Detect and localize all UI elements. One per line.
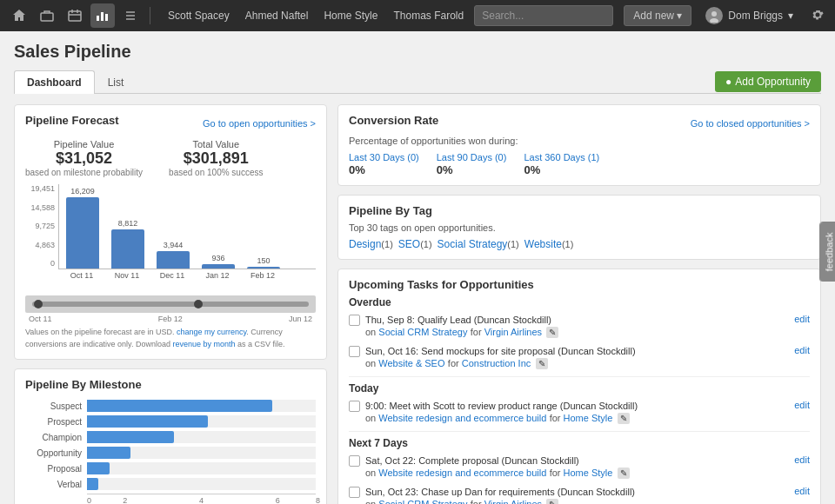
milestone-row-5: Verbal (25, 478, 316, 490)
task-item-2: 9:00: Meet with Scott to review product … (349, 398, 810, 426)
pipeline-milestone-card: Pipeline By Milestone Suspect Prospect C… (14, 368, 327, 504)
task-checkbox-2[interactable] (349, 401, 360, 412)
task-edit-3[interactable]: edit (794, 454, 810, 465)
task-on-0: on (365, 327, 378, 337)
task-edit-4[interactable]: edit (794, 486, 810, 496)
add-new-button[interactable]: Add new ▾ (624, 5, 691, 26)
task-text-3: Sat, Oct 22: Complete proposal (Duncan S… (365, 454, 630, 479)
task-row-4: Sun, Oct 23: Chase up Dan for requiremen… (365, 486, 810, 504)
feedback-tab[interactable]: feedback (820, 222, 835, 282)
task-icon-2: ✎ (618, 413, 630, 424)
nav-link-scott[interactable]: Scott Spacey (161, 6, 237, 25)
upcoming-tasks-title: Upcoming Tasks for Opportunities (349, 278, 810, 291)
tag-social[interactable]: Social Strategy(1) (438, 238, 519, 250)
bar-2 (157, 251, 190, 269)
nav-links: Scott Spacey Ahmed Naftel Home Style Tho… (161, 6, 471, 25)
task-desc-4: Sun, Oct 23: Chase up Dan for requiremen… (365, 487, 635, 497)
bar-value-4: 150 (257, 256, 270, 265)
period-2-value: 0% (524, 163, 599, 176)
milestone-label-4: Proposal (25, 464, 82, 474)
period-0-value: 0% (349, 163, 419, 176)
tag-seo[interactable]: SEO(1) (398, 238, 432, 250)
search-input[interactable] (474, 5, 613, 26)
x-label-3: Jan 12 (201, 271, 234, 280)
task-company-2[interactable]: Home Style (564, 413, 613, 423)
add-opp-label: Add Opportunity (735, 76, 811, 88)
total-value-label: Total Value (169, 139, 263, 149)
period-1-link[interactable]: Last 90 Days (0) (437, 152, 507, 162)
task-item-3: Sat, Oct 22: Complete proposal (Duncan S… (349, 453, 810, 481)
tab-dashboard[interactable]: Dashboard (14, 70, 95, 94)
task-link-3[interactable]: Website redesign and ecommerce build (378, 468, 546, 478)
y-label-4: 14,588 (25, 203, 55, 212)
task-checkbox-3[interactable] (349, 455, 360, 467)
task-on-4: on (365, 499, 378, 504)
tag-seo-link[interactable]: SEO (398, 238, 420, 250)
timeline-slider[interactable] (25, 295, 316, 313)
milestone-label-1: Prospect (25, 417, 82, 427)
chevron-down-icon: ▾ (788, 10, 793, 22)
task-checkbox-4[interactable] (349, 487, 360, 498)
y-axis: 19,451 14,588 9,725 4,863 0 (25, 184, 58, 280)
list-icon[interactable] (118, 3, 143, 28)
task-link-4[interactable]: Social CRM Strategy (378, 499, 467, 504)
calendar-icon[interactable] (63, 3, 87, 28)
go-to-open-link[interactable]: Go to open opportunities > (203, 118, 316, 129)
pipeline-value-sub: based on milestone probability (25, 168, 143, 177)
tag-design-count: (1) (381, 239, 392, 249)
timeline-handle-right[interactable] (194, 300, 203, 308)
task-checkbox-0[interactable] (349, 315, 360, 326)
task-checkbox-1[interactable] (349, 346, 360, 357)
nav-link-thomas[interactable]: Thomas Farold (386, 6, 471, 25)
tag-seo-count: (1) (420, 239, 431, 249)
task-edit-0[interactable]: edit (794, 314, 810, 324)
timeline-label-0: Oct 11 (29, 315, 52, 323)
add-opportunity-button[interactable]: ● Add Opportunity (715, 71, 821, 92)
period-0-link[interactable]: Last 30 Days (0) (349, 152, 419, 162)
briefcase-icon[interactable] (35, 3, 59, 28)
svg-rect-0 (41, 13, 53, 21)
change-currency-link[interactable]: change my currency (177, 328, 246, 336)
task-icon-0: ✎ (546, 327, 558, 338)
revenue-month-link[interactable]: revenue by month (172, 340, 235, 348)
task-text-0: Thu, Sep 8: Qualify Lead (Duncan Stockdi… (365, 314, 558, 338)
milestone-chart: Suspect Prospect Champion Opportunity (25, 396, 316, 504)
tab-list[interactable]: List (95, 70, 137, 94)
y-label-3: 9,725 (25, 222, 55, 230)
task-link-0[interactable]: Social CRM Strategy (378, 327, 467, 337)
nav-link-homestyle[interactable]: Home Style (317, 6, 384, 25)
y-label-1: 0 (25, 259, 55, 268)
period-1-value: 0% (437, 163, 507, 176)
forecast-header: Pipeline Forecast Go to open opportuniti… (25, 114, 316, 132)
task-company-0[interactable]: Virgin Airlines (484, 327, 542, 337)
task-icon-3: ✎ (618, 468, 630, 479)
total-value-block: Total Value $301,891 based on 100% succe… (169, 139, 263, 177)
tag-social-link[interactable]: Social Strategy (438, 238, 508, 250)
tag-website[interactable]: Website(1) (524, 238, 574, 250)
task-desc-2: 9:00: Meet with Scott to review product … (365, 401, 638, 411)
task-company-4[interactable]: Virgin Airlines (484, 499, 542, 504)
task-edit-2[interactable]: edit (794, 400, 810, 410)
task-link-2[interactable]: Website redesign and ecommerce build (378, 413, 546, 423)
milestone-bar-3 (87, 447, 316, 459)
task-company-3[interactable]: Home Style (564, 468, 613, 478)
conversion-title: Conversion Rate (349, 114, 438, 127)
tag-website-link[interactable]: Website (524, 238, 562, 250)
timeline-handle-left[interactable] (34, 300, 43, 308)
task-company-1[interactable]: Construction Inc (462, 358, 531, 368)
gear-icon[interactable] (807, 4, 828, 28)
nav-link-ahmed[interactable]: Ahmed Naftel (238, 6, 316, 25)
milestone-bar-2 (87, 431, 316, 443)
avatar (705, 7, 723, 24)
nav-user[interactable]: Dom Briggs ▾ (698, 3, 800, 28)
bar-group-4: 150 (247, 256, 280, 269)
barchart-icon[interactable] (90, 3, 115, 28)
home-icon[interactable] (7, 3, 31, 28)
go-to-closed-link[interactable]: Go to closed opportunities > (691, 118, 810, 129)
milestone-label-3: Opportunity (25, 448, 82, 458)
period-2-link[interactable]: Last 360 Days (1) (524, 152, 599, 162)
task-edit-1[interactable]: edit (794, 345, 810, 355)
task-link-1[interactable]: Website & SEO (378, 358, 444, 368)
tag-design-link[interactable]: Design (349, 238, 381, 250)
tag-design[interactable]: Design(1) (349, 238, 393, 250)
